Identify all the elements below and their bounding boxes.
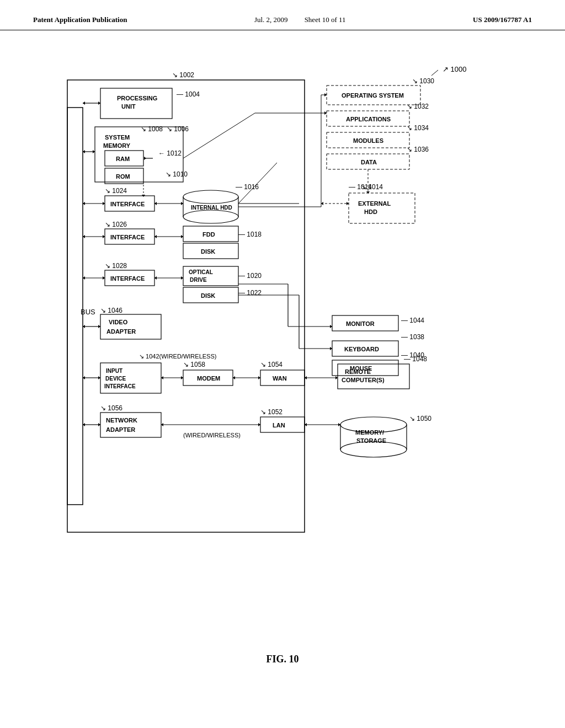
svg-text:OPERATING SYSTEM: OPERATING SYSTEM <box>342 92 404 99</box>
svg-text:(WIRED/WIRELESS): (WIRED/WIRELESS) <box>183 432 241 438</box>
svg-marker-74 <box>103 276 105 280</box>
header-sheet: Sheet 10 of 11 <box>305 15 346 24</box>
svg-text:MEMORY/: MEMORY/ <box>355 429 384 436</box>
svg-marker-103 <box>98 376 100 379</box>
svg-text:↘ 1042(WIRED/WIRELESS): ↘ 1042(WIRED/WIRELESS) <box>139 353 216 360</box>
svg-rect-111 <box>100 413 161 437</box>
svg-text:— 1020: — 1020 <box>238 272 262 280</box>
svg-marker-55 <box>321 202 323 205</box>
svg-line-179 <box>183 113 255 158</box>
svg-text:HDD: HDD <box>364 208 377 215</box>
svg-text:— 1040: — 1040 <box>401 351 424 359</box>
svg-marker-129 <box>258 376 260 379</box>
svg-text:ADAPTER: ADAPTER <box>106 328 136 335</box>
svg-text:INTERFACE: INTERFACE <box>104 383 136 389</box>
svg-text:— 1022: — 1022 <box>238 289 262 297</box>
svg-text:MONITOR: MONITOR <box>346 320 375 327</box>
svg-text:LAN: LAN <box>273 422 285 429</box>
svg-rect-4 <box>67 108 83 505</box>
svg-text:— 1018: — 1018 <box>238 231 262 238</box>
svg-text:EXTERNAL: EXTERNAL <box>358 200 391 207</box>
svg-text:INPUT: INPUT <box>106 368 122 374</box>
svg-text:SYSTEM: SYSTEM <box>105 134 130 141</box>
svg-text:STORAGE: STORAGE <box>356 437 386 444</box>
svg-marker-11 <box>98 101 100 105</box>
svg-text:↘ 1014: ↘ 1014 <box>361 183 383 191</box>
svg-text:VIDEO: VIDEO <box>109 319 128 325</box>
page-header: Patent Application Publication Jul. 2, 2… <box>0 0 565 30</box>
svg-marker-84 <box>181 276 183 280</box>
svg-text:↘ 1050: ↘ 1050 <box>409 415 431 422</box>
svg-marker-110 <box>161 376 163 379</box>
svg-text:↘ 1054: ↘ 1054 <box>260 361 282 368</box>
svg-text:↘ 1010: ↘ 1010 <box>166 170 188 178</box>
header-publication-type: Patent Application Publication <box>33 15 127 24</box>
svg-marker-54 <box>347 202 349 205</box>
svg-marker-68 <box>181 235 183 238</box>
svg-text:↘ 1024: ↘ 1024 <box>105 187 127 195</box>
svg-text:ADAPTER: ADAPTER <box>106 426 135 433</box>
svg-text:↘ 1008: ↘ 1008 <box>141 125 163 133</box>
svg-text:FDD: FDD <box>202 231 215 238</box>
svg-text:ROM: ROM <box>116 173 130 180</box>
svg-text:↘ 1002: ↘ 1002 <box>172 71 194 79</box>
svg-marker-181 <box>324 111 327 115</box>
svg-text:— 1038: — 1038 <box>401 333 424 341</box>
svg-text:↘ 1034: ↘ 1034 <box>407 124 429 132</box>
svg-marker-130 <box>233 376 235 379</box>
svg-text:OPTICAL: OPTICAL <box>189 269 213 275</box>
svg-marker-26 <box>93 150 95 153</box>
figure-caption: FIG. 10 <box>22 654 543 665</box>
svg-text:MEMORY: MEMORY <box>103 142 131 149</box>
svg-marker-21 <box>144 157 146 160</box>
svg-text:MODEM: MODEM <box>197 375 220 382</box>
header-patent: US 2009/167787 A1 <box>473 15 532 24</box>
svg-text:DISK: DISK <box>201 248 215 255</box>
svg-text:↘ 1032: ↘ 1032 <box>407 103 429 110</box>
svg-marker-85 <box>154 276 157 280</box>
svg-text:RAM: RAM <box>116 156 130 162</box>
svg-text:DRIVE: DRIVE <box>190 277 207 283</box>
header-center: Jul. 2, 2009 Sheet 10 of 11 <box>254 15 346 24</box>
svg-marker-45 <box>154 202 157 205</box>
svg-text:↘ 1030: ↘ 1030 <box>412 77 434 85</box>
svg-text:KEYBOARD: KEYBOARD <box>344 346 379 352</box>
svg-text:MODULES: MODULES <box>353 137 383 144</box>
diagram-area: ↗ 1000 ↘ 1002 BUS PROCESSING UNIT — 1004… <box>0 30 565 687</box>
svg-marker-60 <box>103 235 105 238</box>
svg-text:— 1016: — 1016 <box>236 183 259 191</box>
svg-text:PROCESSING: PROCESSING <box>117 95 157 101</box>
svg-text:↗ 1000: ↗ 1000 <box>443 65 467 73</box>
svg-text:INTERFACE: INTERFACE <box>110 201 145 207</box>
svg-text:↘ 1052: ↘ 1052 <box>260 408 282 416</box>
patent-page: Patent Application Publication Jul. 2, 2… <box>0 0 565 728</box>
svg-rect-50 <box>349 193 415 223</box>
header-date: Jul. 2, 2009 <box>254 15 288 24</box>
svg-point-141 <box>340 442 407 457</box>
svg-text:MOUSE: MOUSE <box>350 365 372 372</box>
svg-text:NETWORK: NETWORK <box>106 417 137 424</box>
svg-text:INTERNAL HDD: INTERNAL HDD <box>191 205 232 211</box>
svg-marker-124 <box>161 423 163 426</box>
svg-marker-35 <box>103 202 105 205</box>
svg-text:↘ 1006: ↘ 1006 <box>167 125 189 133</box>
svg-rect-6 <box>100 88 172 119</box>
svg-marker-69 <box>154 235 157 238</box>
svg-marker-176 <box>324 93 327 97</box>
svg-text:UNIT: UNIT <box>121 103 136 110</box>
svg-text:INTERFACE: INTERFACE <box>110 275 145 282</box>
svg-point-37 <box>183 190 238 204</box>
svg-text:↘ 1028: ↘ 1028 <box>105 262 127 270</box>
patent-diagram: ↗ 1000 ↘ 1002 BUS PROCESSING UNIT — 1004… <box>23 41 542 648</box>
svg-marker-123 <box>258 423 260 426</box>
svg-text:↘ 1058: ↘ 1058 <box>183 361 205 368</box>
svg-line-1 <box>431 70 438 76</box>
svg-text:— 1004: — 1004 <box>177 90 200 98</box>
svg-text:BUS: BUS <box>81 308 95 316</box>
svg-text:↘ 1056: ↘ 1056 <box>100 404 122 412</box>
svg-text:DEVICE: DEVICE <box>105 376 126 382</box>
svg-text:DATA: DATA <box>361 159 377 165</box>
svg-text:↘ 1036: ↘ 1036 <box>407 146 429 153</box>
svg-text:← 1012: ← 1012 <box>158 149 182 157</box>
svg-marker-91 <box>98 325 100 328</box>
